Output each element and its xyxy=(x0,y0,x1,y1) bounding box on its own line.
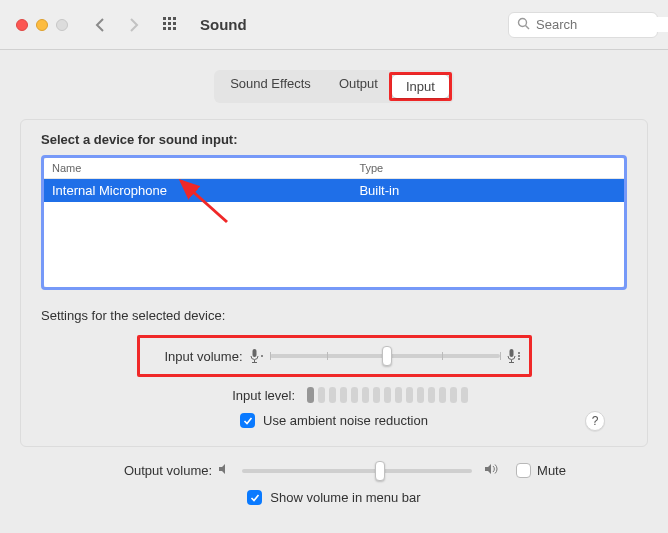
device-type: Built-in xyxy=(351,179,624,203)
svg-marker-17 xyxy=(219,464,225,474)
input-volume-row: Input volume: xyxy=(41,335,627,377)
table-empty-space xyxy=(44,202,624,287)
input-level-meter xyxy=(307,387,468,403)
annotation-highlight-tab: Input xyxy=(389,72,452,101)
svg-rect-11 xyxy=(252,349,256,357)
page-title: Sound xyxy=(200,16,247,33)
speaker-low-icon xyxy=(218,463,230,478)
mute-control: Mute xyxy=(516,463,566,478)
minimize-window-button[interactable] xyxy=(36,19,48,31)
output-volume-label: Output volume: xyxy=(102,463,212,478)
show-volume-menu-checkbox[interactable] xyxy=(247,490,262,505)
table-row[interactable]: Internal Microphone Built-in xyxy=(44,179,624,203)
mute-checkbox[interactable] xyxy=(516,463,531,478)
close-window-button[interactable] xyxy=(16,19,28,31)
mic-low-icon xyxy=(249,348,264,364)
annotation-highlight-input-volume: Input volume: xyxy=(137,335,532,377)
svg-rect-8 xyxy=(173,27,176,30)
forward-button[interactable] xyxy=(120,13,148,37)
svg-rect-4 xyxy=(168,22,171,25)
col-name: Name xyxy=(44,158,351,179)
tab-output[interactable]: Output xyxy=(325,72,392,101)
svg-line-10 xyxy=(526,25,530,29)
svg-rect-7 xyxy=(168,27,171,30)
toolbar: Sound xyxy=(0,0,668,50)
input-level-label: Input level: xyxy=(200,388,295,403)
device-table[interactable]: Name Type Internal Microphone Built-in xyxy=(44,158,624,287)
show-all-icon[interactable] xyxy=(158,13,184,37)
svg-rect-1 xyxy=(168,17,171,20)
noise-reduction-checkbox[interactable] xyxy=(240,413,255,428)
settings-for-device-label: Settings for the selected device: xyxy=(41,308,627,323)
show-volume-menu-label: Show volume in menu bar xyxy=(270,490,420,505)
speaker-high-icon xyxy=(484,463,500,478)
show-volume-menu-row: Show volume in menu bar xyxy=(40,490,628,505)
tabs: Sound Effects Output Input xyxy=(214,70,454,103)
window-controls xyxy=(10,19,68,31)
noise-reduction-row: Use ambient noise reduction ? xyxy=(41,413,627,428)
device-name: Internal Microphone xyxy=(44,179,351,203)
output-volume-row: Output volume: Mute xyxy=(40,463,628,478)
svg-marker-18 xyxy=(485,464,491,474)
svg-rect-0 xyxy=(163,17,166,20)
zoom-window-button xyxy=(56,19,68,31)
tab-input[interactable]: Input xyxy=(392,75,449,98)
svg-point-9 xyxy=(519,18,527,26)
input-panel: Select a device for sound input: Name Ty… xyxy=(20,119,648,447)
tab-sound-effects[interactable]: Sound Effects xyxy=(216,72,325,101)
tabs-row: Sound Effects Output Input xyxy=(0,70,668,103)
svg-rect-2 xyxy=(173,17,176,20)
search-input[interactable] xyxy=(536,17,668,32)
mic-high-icon xyxy=(506,348,521,364)
help-button[interactable]: ? xyxy=(585,411,605,431)
search-icon xyxy=(517,17,530,33)
svg-rect-3 xyxy=(163,22,166,25)
output-volume-slider[interactable] xyxy=(242,469,472,473)
svg-rect-5 xyxy=(173,22,176,25)
input-level-row: Input level: xyxy=(41,387,627,403)
noise-reduction-label: Use ambient noise reduction xyxy=(263,413,428,428)
svg-rect-6 xyxy=(163,27,166,30)
back-button[interactable] xyxy=(86,13,114,37)
input-volume-label: Input volume: xyxy=(148,349,243,364)
mute-label: Mute xyxy=(537,463,566,478)
search-field[interactable] xyxy=(508,12,658,38)
select-device-label: Select a device for sound input: xyxy=(41,132,627,147)
svg-rect-14 xyxy=(509,349,513,357)
input-volume-slider[interactable] xyxy=(270,354,500,358)
bottom-area: Output volume: Mute Show volume in menu … xyxy=(40,463,628,505)
device-table-container: Name Type Internal Microphone Built-in xyxy=(41,155,627,290)
col-type: Type xyxy=(351,158,624,179)
